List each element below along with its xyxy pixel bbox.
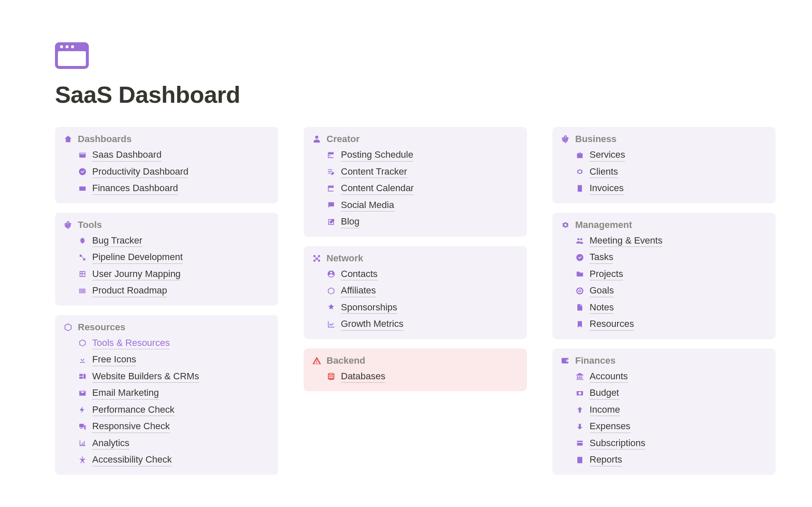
briefcase-icon bbox=[575, 151, 584, 160]
nav-item-label[interactable]: Saas Dashboard bbox=[92, 149, 162, 162]
nav-item-label[interactable]: Analytics bbox=[92, 437, 129, 450]
section-header: Tools bbox=[63, 219, 270, 230]
nav-item-label[interactable]: Accounts bbox=[590, 370, 628, 383]
nav-item[interactable]: Databases bbox=[326, 370, 518, 383]
nav-item-label[interactable]: Free Icons bbox=[92, 354, 136, 366]
nav-item-label[interactable]: Income bbox=[590, 404, 620, 417]
nav-item[interactable]: User Journy Mapping bbox=[78, 268, 270, 281]
nav-item[interactable]: Services bbox=[575, 149, 767, 162]
nav-item[interactable]: Pipeline Development bbox=[78, 251, 270, 264]
nav-item-label[interactable]: Accessibility Check bbox=[92, 454, 172, 466]
social-icon bbox=[326, 200, 336, 210]
nav-item[interactable]: Free Icons bbox=[78, 354, 270, 366]
database-icon bbox=[326, 372, 336, 381]
nav-item[interactable]: Subscriptions bbox=[575, 437, 767, 450]
nav-item[interactable]: Accounts bbox=[575, 370, 767, 383]
nav-item[interactable]: Projects bbox=[575, 268, 767, 281]
nav-item[interactable]: Income bbox=[575, 404, 767, 417]
nav-item-label[interactable]: Posting Schedule bbox=[341, 149, 413, 162]
nav-item-label[interactable]: Resources bbox=[590, 318, 634, 331]
users-icon bbox=[575, 236, 584, 245]
nav-item-label[interactable]: Goals bbox=[590, 285, 614, 297]
nav-item[interactable]: Growth Metrics bbox=[326, 318, 518, 331]
nav-item[interactable]: Analytics bbox=[78, 437, 270, 450]
nav-item-label[interactable]: Blog bbox=[341, 216, 359, 228]
box-icon bbox=[63, 323, 73, 332]
accessibility-icon bbox=[78, 455, 87, 465]
nav-item[interactable]: Affiliates bbox=[326, 285, 518, 297]
nav-item[interactable]: Website Builders & CRMs bbox=[78, 370, 270, 383]
nav-item[interactable]: Productivity Dashboard bbox=[78, 166, 270, 178]
nav-item-label[interactable]: Growth Metrics bbox=[341, 318, 403, 331]
section-card: ManagementMeeting & EventsTasksProjectsG… bbox=[552, 213, 776, 339]
nav-item-label[interactable]: Invoices bbox=[590, 182, 624, 195]
nav-item[interactable]: Bug Tracker bbox=[78, 235, 270, 247]
nav-item[interactable]: Accessibility Check bbox=[78, 454, 270, 466]
nav-item-label[interactable]: Notes bbox=[590, 301, 614, 314]
nav-item-label[interactable]: Content Calendar bbox=[341, 182, 414, 195]
column: CreatorPosting ScheduleContent TrackerCo… bbox=[304, 127, 527, 475]
nav-item[interactable]: Email Marketing bbox=[78, 387, 270, 400]
nav-item-label[interactable]: Reports bbox=[590, 454, 622, 466]
nav-item-label[interactable]: User Journy Mapping bbox=[92, 268, 181, 281]
nav-item[interactable]: Finances Dashboard bbox=[78, 182, 270, 195]
user-icon bbox=[312, 134, 321, 144]
nav-item[interactable]: Contacts bbox=[326, 268, 518, 281]
nav-item[interactable]: Responsive Check bbox=[78, 420, 270, 433]
nav-item[interactable]: Sponsorships bbox=[326, 301, 518, 314]
section-title: Network bbox=[326, 253, 363, 264]
nav-item[interactable]: Notes bbox=[575, 301, 767, 314]
pipeline-icon bbox=[78, 253, 87, 262]
bug-icon bbox=[78, 236, 87, 245]
nav-item-label[interactable]: Services bbox=[590, 149, 625, 162]
nav-item-label[interactable]: Performance Check bbox=[92, 404, 174, 417]
nav-item-label[interactable]: Tools & Resources bbox=[92, 337, 170, 350]
nav-item[interactable]: Invoices bbox=[575, 182, 767, 195]
nav-item-label[interactable]: Budget bbox=[590, 387, 619, 400]
nav-item-label[interactable]: Clients bbox=[590, 166, 618, 178]
nav-item[interactable]: Content Calendar bbox=[326, 182, 518, 195]
nav-item-label[interactable]: Content Tracker bbox=[341, 166, 407, 178]
bank-icon bbox=[575, 372, 584, 381]
nav-item-label[interactable]: Bug Tracker bbox=[92, 235, 143, 247]
nav-item-label[interactable]: Sponsorships bbox=[341, 301, 397, 314]
nav-item[interactable]: Social Media bbox=[326, 199, 518, 212]
nav-item[interactable]: Budget bbox=[575, 387, 767, 400]
nav-item-label[interactable]: Expenses bbox=[590, 420, 631, 433]
nav-item[interactable]: Meeting & Events bbox=[575, 235, 767, 247]
arrow-up-icon bbox=[575, 405, 584, 414]
nav-item[interactable]: Clients bbox=[575, 166, 767, 178]
nav-item[interactable]: Expenses bbox=[575, 420, 767, 433]
nav-item[interactable]: Tools & Resources bbox=[78, 337, 270, 350]
nav-item[interactable]: Reports bbox=[575, 454, 767, 466]
nav-item[interactable]: Product Roadmap bbox=[78, 285, 270, 297]
nav-item[interactable]: Tasks bbox=[575, 251, 767, 264]
nav-item-label[interactable]: Contacts bbox=[341, 268, 378, 281]
nav-item-label[interactable]: Subscriptions bbox=[590, 437, 645, 450]
nav-item-label[interactable]: Projects bbox=[590, 268, 623, 281]
list-edit-icon bbox=[326, 167, 336, 176]
nav-item[interactable]: Resources bbox=[575, 318, 767, 331]
section-title: Finances bbox=[575, 355, 615, 366]
nav-item-label[interactable]: Product Roadmap bbox=[92, 285, 167, 297]
nav-item-label[interactable]: Productivity Dashboard bbox=[92, 166, 188, 178]
nav-item[interactable]: Performance Check bbox=[78, 404, 270, 417]
nav-item-label[interactable]: Databases bbox=[341, 370, 385, 383]
nav-item[interactable]: Blog bbox=[326, 216, 518, 228]
nav-item-label[interactable]: Email Marketing bbox=[92, 387, 159, 400]
nav-item-label[interactable]: Responsive Check bbox=[92, 420, 170, 433]
nav-item-label[interactable]: Meeting & Events bbox=[590, 235, 662, 247]
nav-item[interactable]: Posting Schedule bbox=[326, 149, 518, 162]
nav-item[interactable]: Saas Dashboard bbox=[78, 149, 270, 162]
section-card: DashboardsSaas DashboardProductivity Das… bbox=[55, 127, 278, 203]
nav-item-label[interactable]: Tasks bbox=[590, 251, 613, 264]
nav-item-label[interactable]: Website Builders & CRMs bbox=[92, 370, 199, 383]
nav-item-label[interactable]: Affiliates bbox=[341, 285, 376, 297]
nav-item-label[interactable]: Finances Dashboard bbox=[92, 182, 178, 195]
responsive-icon bbox=[78, 422, 87, 431]
nav-item[interactable]: Content Tracker bbox=[326, 166, 518, 178]
nav-item-label[interactable]: Social Media bbox=[341, 199, 394, 212]
section-card: ResourcesTools & ResourcesFree IconsWebs… bbox=[55, 315, 278, 475]
nav-item-label[interactable]: Pipeline Development bbox=[92, 251, 183, 264]
nav-item[interactable]: Goals bbox=[575, 285, 767, 297]
